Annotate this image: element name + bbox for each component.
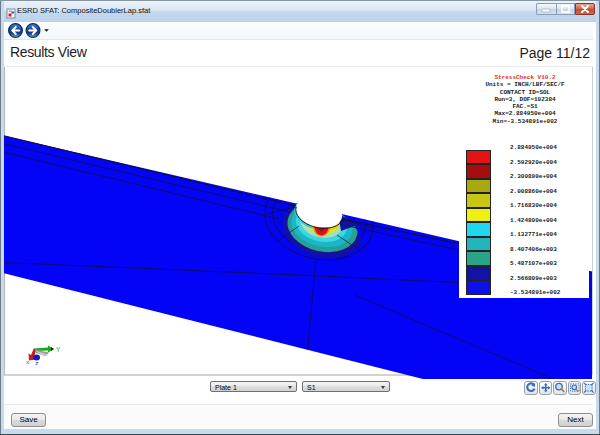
svg-text:x: x (26, 359, 30, 366)
svg-text:z: z (35, 360, 39, 367)
svg-text:Y: Y (56, 346, 61, 354)
